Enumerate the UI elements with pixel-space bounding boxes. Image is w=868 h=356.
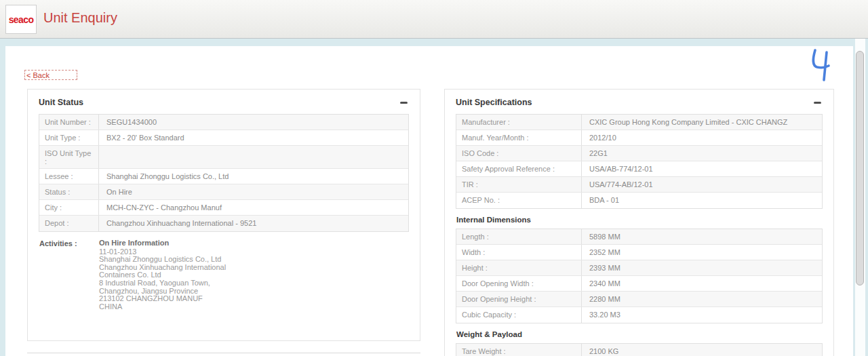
row-label: Manuf. Year/Month : [456, 130, 582, 145]
weight-payload-title: Weight & Payload [456, 330, 823, 338]
row-value: USA/774-AB/12-01 [582, 177, 822, 192]
unit-status-title: Unit Status [39, 98, 83, 107]
row-label: Tare Weight : [456, 344, 582, 356]
row-value: 22G1 [582, 146, 822, 161]
row-value: 33.20 M3 [582, 307, 822, 323]
row-value: On Hire [99, 184, 408, 199]
row-label: ISO Unit Type : [39, 146, 99, 168]
table-row: Unit Type : BX2 - 20' Box Standard [39, 130, 408, 146]
unit-specifications-table: Manufacturer : CXIC Group Hong Kong Comp… [456, 114, 823, 209]
activities-section: Activities : On Hire Information 11-01-2… [39, 239, 409, 311]
row-label: Door Opening Width : [456, 276, 582, 291]
handwritten-4-strokes [808, 47, 831, 83]
row-label: ACEP No. : [456, 193, 582, 208]
row-label: Depot : [39, 216, 99, 231]
row-value: MCH-CN-ZYC - Changzhou Manuf [99, 200, 408, 215]
table-row: Depot : Changzhou Xinhuachang Internatio… [39, 216, 408, 231]
row-value: USA/AB-774/12-01 [582, 161, 822, 176]
header-bar: seaco Unit Enquiry [0, 0, 868, 39]
activity-line: 213102 CHANGZHOU MANUF [99, 295, 226, 303]
row-value: SEGU1434000 [99, 115, 408, 130]
row-value: 2280 MM [582, 292, 822, 306]
row-label: Unit Number : [39, 115, 99, 130]
row-label: Lessee : [39, 169, 99, 184]
unit-status-panel: Unit Status Unit Number : SEGU1434000 Un… [27, 89, 420, 341]
collapse-minus-icon[interactable] [814, 102, 821, 104]
unit-status-header: Unit Status [39, 97, 409, 108]
table-row: Cubic Capacity : 33.20 M3 [456, 307, 822, 323]
table-row: Manufacturer : CXIC Group Hong Kong Comp… [456, 115, 822, 130]
internal-dimensions-title: Internal Dimensions [456, 216, 823, 224]
table-row: Width : 2352 MM [456, 245, 822, 260]
unit-enquiry-page: seaco Unit Enquiry < Back 4 Unit Status … [0, 0, 868, 356]
row-label: Status : [39, 184, 99, 199]
table-row: Tare Weight : 2100 KG [456, 344, 822, 356]
unit-status-table: Unit Number : SEGU1434000 Unit Type : BX… [39, 114, 409, 232]
row-value: BDA - 01 [582, 193, 822, 208]
table-row: Height : 2393 MM [456, 260, 822, 276]
unit-specifications-header: Unit Specifications [456, 97, 823, 108]
collapse-minus-icon[interactable] [400, 102, 408, 104]
activities-content: On Hire Information 11-01-2013 Shanghai … [99, 239, 226, 311]
row-value: CXIC Group Hong Kong Company Limited - C… [582, 115, 822, 130]
table-row: Door Opening Height : 2280 MM [456, 292, 822, 307]
table-row: Manuf. Year/Month : 2012/10 [456, 130, 822, 146]
table-row: City : MCH-CN-ZYC - Changzhou Manuf [39, 200, 408, 216]
page-title: Unit Enquiry [43, 10, 117, 26]
activity-line: CHINA [99, 303, 226, 311]
row-value [99, 146, 408, 168]
unit-specifications-title: Unit Specifications [456, 98, 532, 107]
next-section-top-edge [27, 353, 420, 353]
table-row: ACEP No. : BDA - 01 [456, 193, 822, 208]
row-label: TIR : [456, 177, 582, 192]
activity-line: 8 Industrial Road, Yaoguan Town, [99, 279, 226, 288]
row-label: Safety Approval Reference : [456, 161, 582, 176]
handwritten-4-annotation: 4 [808, 47, 831, 83]
row-value: 2340 MM [582, 276, 822, 291]
row-value: 5898 MM [582, 229, 822, 244]
row-label: City : [39, 200, 99, 215]
activities-heading: On Hire Information [99, 239, 226, 248]
row-label: ISO Code : [456, 146, 582, 161]
table-row: ISO Unit Type : [39, 146, 408, 169]
row-label: Cubic Capacity : [456, 307, 582, 323]
row-value: 2393 MM [582, 260, 822, 275]
row-value: 2012/10 [582, 130, 822, 145]
table-row: Unit Number : SEGU1434000 [39, 115, 408, 130]
table-row: Length : 5898 MM [456, 229, 822, 245]
seaco-logo-text: seaco [9, 14, 34, 25]
row-value: Shanghai Zhonggu Logistics Co., Ltd [99, 169, 408, 184]
row-label: Unit Type : [39, 130, 99, 145]
internal-dimensions-table: Length : 5898 MM Width : 2352 MM Height … [456, 229, 823, 323]
row-value: 2100 KG [582, 344, 822, 356]
row-label: Height : [456, 260, 582, 275]
row-value: Changzhou Xinhuachang International - 95… [99, 216, 408, 231]
table-row: TIR : USA/774-AB/12-01 [456, 177, 822, 193]
table-row: ISO Code : 22G1 [456, 146, 822, 161]
table-row: Safety Approval Reference : USA/AB-774/1… [456, 161, 822, 177]
row-value: BX2 - 20' Box Standard [99, 130, 408, 145]
activities-label: Activities : [39, 239, 99, 311]
row-label: Door Opening Height : [456, 292, 582, 306]
unit-specifications-panel: Unit Specifications Manufacturer : CXIC … [444, 89, 834, 356]
row-label: Length : [456, 229, 582, 244]
vertical-scrollbar-thumb[interactable] [856, 51, 864, 285]
table-row: Lessee : Shanghai Zhonggu Logistics Co.,… [39, 169, 408, 184]
weight-payload-table: Tare Weight : 2100 KG [456, 343, 823, 356]
table-row: Status : On Hire [39, 184, 408, 200]
activities-lines: 11-01-2013 Shanghai Zhonggu Logistics Co… [99, 248, 226, 311]
row-label: Width : [456, 245, 582, 260]
table-row: Door Opening Width : 2340 MM [456, 276, 822, 292]
row-value: 2352 MM [582, 245, 822, 260]
row-label: Manufacturer : [456, 115, 582, 130]
seaco-logo[interactable]: seaco [5, 5, 37, 34]
back-link[interactable]: < Back [24, 70, 77, 80]
